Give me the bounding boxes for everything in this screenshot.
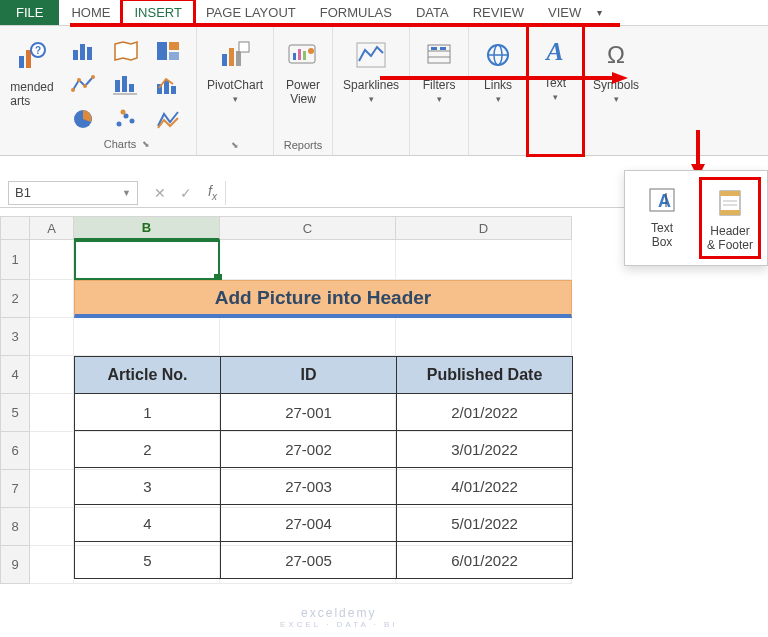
row-header-6[interactable]: 6 bbox=[0, 432, 30, 470]
svg-rect-31 bbox=[293, 53, 296, 60]
row-header-9[interactable]: 9 bbox=[0, 546, 30, 584]
annotation-arrow-right bbox=[380, 70, 620, 89]
svg-point-23 bbox=[124, 113, 129, 118]
ribbon-group-filters: Filters ▾ bbox=[410, 26, 469, 155]
col-header-C[interactable]: C bbox=[220, 216, 396, 240]
col-header-A[interactable]: A bbox=[30, 216, 74, 240]
table-row: 5 27-005 6/01/2022 bbox=[75, 542, 573, 579]
row-header-2[interactable]: 2 bbox=[0, 280, 30, 318]
dropdown-arrow-icon: ▾ bbox=[233, 94, 238, 104]
data-table: Article No. ID Published Date 1 27-001 2… bbox=[74, 356, 573, 579]
svg-rect-40 bbox=[440, 47, 446, 50]
svg-point-12 bbox=[83, 84, 87, 88]
row-header-1[interactable]: 1 bbox=[0, 240, 30, 280]
powerview-icon bbox=[286, 38, 320, 72]
links-icon bbox=[481, 38, 515, 72]
svg-rect-9 bbox=[169, 52, 179, 60]
powerview-button[interactable]: PowerView bbox=[278, 28, 328, 137]
charts-group-label: Charts bbox=[104, 138, 136, 150]
chart-line-icon[interactable] bbox=[68, 70, 100, 100]
chart-hierarchy-icon[interactable] bbox=[152, 36, 184, 66]
row-header-3[interactable]: 3 bbox=[0, 318, 30, 356]
tab-formulas[interactable]: FORMULAS bbox=[308, 0, 404, 25]
row-header-5[interactable]: 5 bbox=[0, 394, 30, 432]
svg-rect-0 bbox=[19, 56, 24, 68]
chart-scatter-icon[interactable] bbox=[110, 104, 142, 134]
ribbon-group-reports: PowerView Reports bbox=[274, 26, 333, 155]
ribbon-group-text: A Text ▾ bbox=[528, 26, 583, 155]
table-row: 3 27-003 4/01/2022 bbox=[75, 468, 573, 505]
row-header-7[interactable]: 7 bbox=[0, 470, 30, 508]
text-box-icon: A bbox=[647, 185, 677, 215]
dropdown-arrow-icon: ▾ bbox=[614, 94, 619, 104]
recommended-charts-label: mendedarts bbox=[10, 80, 53, 108]
tab-file[interactable]: FILE bbox=[0, 0, 59, 25]
tab-overflow[interactable]: ▾ bbox=[593, 0, 606, 25]
title-cell[interactable]: Add Picture into Header bbox=[74, 280, 572, 318]
cancel-formula-button[interactable]: ✕ bbox=[148, 181, 172, 205]
svg-rect-7 bbox=[157, 42, 167, 60]
pivotchart-icon bbox=[218, 38, 252, 72]
row-header-8[interactable]: 8 bbox=[0, 508, 30, 546]
chart-map-icon[interactable] bbox=[110, 36, 142, 66]
tab-page-layout[interactable]: PAGE LAYOUT bbox=[194, 0, 308, 25]
col-header-D[interactable]: D bbox=[396, 216, 572, 240]
chart-column-icon[interactable] bbox=[68, 36, 100, 66]
dropdown-arrow-icon: ▾ bbox=[496, 94, 501, 104]
svg-text:A: A bbox=[544, 39, 563, 66]
chart-pie-icon[interactable] bbox=[68, 104, 100, 134]
pivotchart-launcher[interactable]: ⬊ bbox=[229, 139, 241, 151]
svg-text:?: ? bbox=[35, 45, 41, 56]
ribbon-group-symbols: Ω Symbols ▾ bbox=[583, 26, 649, 155]
filters-icon bbox=[422, 38, 456, 72]
ribbon: ? mendedarts bbox=[0, 26, 768, 156]
tab-view[interactable]: VIEW bbox=[536, 0, 593, 25]
tab-data[interactable]: DATA bbox=[404, 0, 461, 25]
text-box-button[interactable]: A TextBox bbox=[631, 177, 693, 259]
dropdown-arrow-icon: ▾ bbox=[369, 94, 374, 104]
table-row: 1 27-001 2/01/2022 bbox=[75, 394, 573, 431]
chart-statistic-icon[interactable] bbox=[110, 70, 142, 100]
table-header-row: Article No. ID Published Date bbox=[75, 357, 573, 394]
text-dropdown-panel: A TextBox Header& Footer bbox=[624, 170, 768, 266]
svg-point-34 bbox=[308, 48, 314, 54]
svg-point-10 bbox=[71, 88, 75, 92]
select-all-corner[interactable] bbox=[0, 216, 30, 240]
svg-rect-15 bbox=[122, 76, 127, 92]
pivotchart-button[interactable]: PivotChart ▾ bbox=[201, 28, 269, 137]
table-header-id[interactable]: ID bbox=[221, 357, 397, 394]
svg-rect-14 bbox=[115, 80, 120, 92]
svg-rect-20 bbox=[171, 86, 176, 94]
symbols-icon: Ω bbox=[599, 38, 633, 72]
name-box[interactable]: B1 ▼ bbox=[8, 181, 138, 205]
svg-point-22 bbox=[117, 121, 122, 126]
svg-rect-54 bbox=[720, 191, 740, 196]
svg-rect-16 bbox=[129, 84, 134, 92]
chart-combo-icon[interactable] bbox=[152, 70, 184, 100]
row-header-4[interactable]: 4 bbox=[0, 356, 30, 394]
table-header-date[interactable]: Published Date bbox=[397, 357, 573, 394]
svg-rect-39 bbox=[431, 47, 437, 50]
text-icon: A bbox=[538, 36, 572, 70]
svg-rect-4 bbox=[73, 50, 78, 60]
name-box-dropdown-icon[interactable]: ▼ bbox=[122, 188, 131, 198]
chart-surface-icon[interactable] bbox=[152, 104, 184, 134]
recommended-charts-icon: ? bbox=[15, 40, 49, 74]
sparklines-icon bbox=[354, 38, 388, 72]
dropdown-arrow-icon: ▾ bbox=[553, 92, 558, 102]
tab-review[interactable]: REVIEW bbox=[461, 0, 536, 25]
ribbon-group-sparklines: Sparklines ▾ bbox=[333, 26, 410, 155]
recommended-charts-button[interactable]: ? mendedarts bbox=[4, 28, 60, 153]
tab-home[interactable]: HOME bbox=[59, 0, 122, 25]
svg-rect-8 bbox=[169, 42, 179, 50]
enter-formula-button[interactable]: ✓ bbox=[174, 181, 198, 205]
tab-insert[interactable]: INSERT bbox=[122, 0, 193, 25]
svg-text:A: A bbox=[658, 191, 671, 211]
fx-icon[interactable]: fx bbox=[208, 183, 217, 202]
table-header-article[interactable]: Article No. bbox=[75, 357, 221, 394]
dropdown-arrow-icon: ▾ bbox=[437, 94, 442, 104]
charts-dialog-launcher[interactable]: ⬊ bbox=[140, 138, 152, 150]
col-header-B[interactable]: B bbox=[74, 216, 220, 240]
worksheet: 1 2 3 4 5 6 7 8 9 A B C D Add P bbox=[0, 216, 768, 584]
header-footer-button[interactable]: Header& Footer bbox=[699, 177, 761, 259]
